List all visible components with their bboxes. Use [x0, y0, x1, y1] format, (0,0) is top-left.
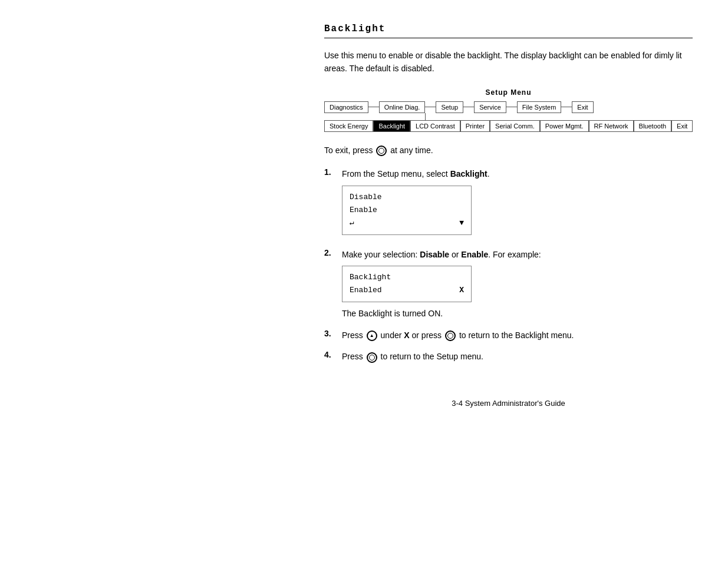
sub-menu-item-lcd-contrast: LCD Contrast [410, 120, 460, 132]
screen-line-1: Disable [350, 191, 464, 204]
up-button-icon [367, 330, 377, 341]
step-2-screen: Backlight Enabled X [342, 266, 472, 302]
menu-item-online-diag: Online Diag. [379, 101, 426, 113]
intro-paragraph: Use this menu to enable or disable the b… [324, 49, 693, 75]
exit-text-before: To exit, press [324, 146, 375, 155]
step-2-content: Make your selection: Disable or Enable. … [342, 248, 693, 320]
exit-text-after: at any time. [390, 146, 433, 155]
step-3-text-3: or press [412, 330, 444, 340]
sub-menu-item-exit: Exit [671, 120, 693, 132]
step-3: 3. Press under X or press to return to t… [324, 329, 693, 342]
steps-container: 1. From the Setup menu, select Backlight… [324, 167, 693, 363]
connector [368, 107, 379, 107]
menu-item-diagnostics: Diagnostics [324, 101, 368, 113]
sub-menu-item-bluetooth: Bluetooth [634, 120, 671, 132]
sub-menu-item-backlight: Backlight [373, 120, 410, 132]
step-1: 1. From the Setup menu, select Backlight… [324, 167, 693, 240]
step-3-text-1: Press [342, 330, 365, 340]
step-1-content: From the Setup menu, select Backlight. D… [342, 167, 693, 240]
page: Backlight Use this menu to enable or dis… [0, 0, 728, 431]
menu-item-file-system: File System [517, 101, 561, 113]
menu-button-icon-1 [376, 146, 387, 156]
exit-instruction: To exit, press at any time. [324, 144, 693, 157]
connector [463, 107, 474, 107]
step-4-content: Press to return to the Setup menu. [342, 350, 693, 363]
screen-arrow-icon: ▼ [459, 217, 464, 230]
sub-menu-item-power-mgmt: Power Mgmt. [540, 120, 589, 132]
menu-item-service: Service [474, 101, 506, 113]
step-1-number: 1. [324, 167, 342, 177]
menu-item-setup: Setup [436, 101, 463, 113]
step-1-bold: Backlight [450, 169, 487, 178]
menu-item-exit-top: Exit [572, 101, 593, 113]
step-3-text-4: to return to the Backlight menu. [459, 330, 574, 340]
menu-diagram-label: Setup Menu [324, 88, 693, 97]
screen-line-enabled: Enabled [350, 284, 464, 297]
sub-menu-row: Stock Energy Backlight LCD Contrast Prin… [324, 120, 693, 132]
step-4-text-2: to return to the Setup menu. [381, 352, 483, 361]
step-4-text-1: Press [342, 352, 365, 361]
screen-line-backlight: Backlight [350, 271, 464, 284]
step-1-screen: Disable Enable ↵ ▼ [342, 186, 472, 235]
menu-button-icon-3 [367, 352, 377, 363]
step-4-number: 4. [324, 350, 342, 359]
step-2-bold-enable: Enable [461, 250, 488, 259]
step-2-after-screen: The Backlight is turned ON. [342, 309, 443, 318]
menu-diagram: Setup Menu Diagnostics Online Diag. Setu… [324, 88, 693, 132]
step-2-text-after: . For example: [488, 250, 541, 259]
connector [506, 107, 517, 107]
sub-menu-item-rf-network: RF Network [589, 120, 634, 132]
content-area: Backlight Use this menu to enable or dis… [324, 24, 693, 408]
step-3-number: 3. [324, 329, 342, 338]
sub-menu-item-printer: Printer [460, 120, 490, 132]
top-menu-row: Diagnostics Online Diag. Setup Service F… [324, 101, 693, 113]
step-3-content: Press under X or press to return to the … [342, 329, 693, 342]
step-1-text-after: . [487, 169, 490, 178]
step-4: 4. Press to return to the Setup menu. [324, 350, 693, 363]
v-connector [425, 113, 426, 120]
screen-line-3: ↵ [350, 217, 464, 230]
step-2-number: 2. [324, 248, 342, 257]
footer-text: 3-4 System Administrator's Guide [452, 399, 565, 408]
step-2-text-before: Make your selection: [342, 250, 420, 259]
step-1-text-before: From the Setup menu, select [342, 169, 450, 178]
sub-menu-item-stock-energy: Stock Energy [324, 120, 373, 132]
step-3-text-2: under [381, 330, 404, 340]
step-3-x-label: X [404, 330, 409, 340]
connector [425, 107, 436, 107]
step-2-text-mid: or [449, 250, 461, 259]
screen-x-marker: X [459, 284, 464, 297]
menu-button-icon-2 [445, 330, 456, 341]
step-2: 2. Make your selection: Disable or Enabl… [324, 248, 693, 320]
sub-menu-item-serial-comm: Serial Comm. [490, 120, 540, 132]
screen-line-2: Enable [350, 204, 464, 217]
step-2-bold-disable: Disable [420, 250, 449, 259]
footer: 3-4 System Administrator's Guide [324, 399, 693, 408]
connector [561, 107, 572, 107]
page-title: Backlight [324, 24, 693, 38]
